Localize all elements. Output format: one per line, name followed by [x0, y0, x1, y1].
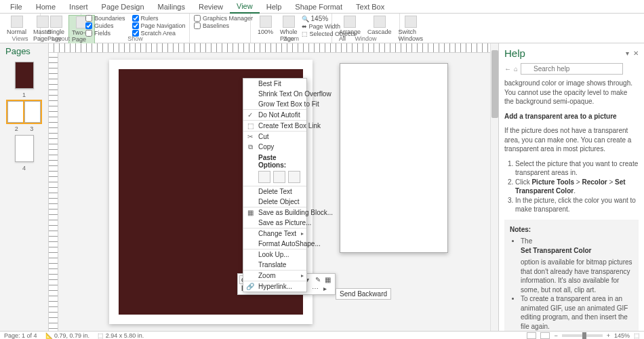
- zoom-minus-button[interactable]: −: [554, 332, 557, 339]
- help-back-icon[interactable]: ←: [504, 65, 511, 73]
- rulers-check[interactable]: Rulers: [132, 15, 186, 22]
- cm-create-link[interactable]: ⬚Create Text Box Link: [243, 120, 306, 131]
- tab-page-design[interactable]: Page Design: [95, 1, 151, 13]
- scrollbar-vertical[interactable]: [490, 43, 498, 331]
- tab-insert[interactable]: Insert: [62, 1, 95, 13]
- help-body: background color or image shows through.…: [504, 79, 639, 334]
- page-thumb-4[interactable]: [15, 135, 34, 162]
- handle-b[interactable]: [208, 281, 213, 285]
- help-sec1-title: Add a transparent area to a picture: [504, 113, 617, 120]
- handle-l[interactable]: [127, 182, 132, 187]
- paint-button[interactable]: ✎: [313, 275, 322, 284]
- paste-opt-1[interactable]: [258, 171, 270, 183]
- check-icon: ✓: [246, 111, 254, 119]
- text-f2: F: [150, 144, 159, 162]
- cm-format-autoshape[interactable]: Format AutoShape...: [243, 239, 306, 249]
- tab-mailings[interactable]: Mailings: [151, 1, 192, 13]
- cm-delete-object[interactable]: Delete Object: [243, 197, 306, 207]
- cm-change-text[interactable]: Change Text▸: [243, 228, 306, 239]
- help-sec1-body: If the picture does not have a transpare…: [504, 126, 639, 154]
- graphics-mgr-check[interactable]: Graphics Manager: [194, 15, 253, 22]
- tab-text-box[interactable]: Text Box: [349, 1, 391, 13]
- cm-save-block[interactable]: ▦Save as Building Block...: [243, 207, 306, 218]
- help-step3: In the picture, click the color you want…: [515, 196, 639, 214]
- boundaries-check[interactable]: Boundaries: [85, 15, 125, 22]
- view-spread-button[interactable]: [540, 332, 550, 339]
- cm-save-picture[interactable]: Save as Picture...: [243, 218, 306, 228]
- paste-opt-3[interactable]: [288, 171, 300, 183]
- cm-copy[interactable]: ⧉Copy: [243, 142, 306, 152]
- cm-translate[interactable]: Translate: [243, 260, 306, 270]
- help-search-input[interactable]: [521, 63, 623, 75]
- switch-windows-button[interactable]: Switch Windows: [396, 15, 426, 43]
- guides-check[interactable]: Guides: [85, 22, 125, 29]
- cm-zoom[interactable]: Zoom▸: [243, 270, 306, 281]
- help-step2: Click Picture Tools > Recolor > Set Tran…: [515, 178, 639, 196]
- cm-lookup[interactable]: Look Up...: [243, 249, 306, 260]
- scrollbar-thumb[interactable]: [491, 50, 498, 118]
- tab-help[interactable]: Help: [260, 1, 289, 13]
- zoom-slider[interactable]: [562, 334, 603, 337]
- handle-t[interactable]: [208, 85, 213, 89]
- numbering-button[interactable]: ⋯: [310, 284, 319, 293]
- status-zoom[interactable]: 145%: [614, 332, 630, 339]
- block-icon: ▦: [246, 209, 254, 217]
- cm-hyperlink[interactable]: 🔗Hyperlink...: [243, 281, 306, 292]
- text-f1: F: [150, 124, 159, 142]
- tab-shape-format[interactable]: Shape Format: [288, 1, 349, 13]
- page-num-1: 1: [22, 92, 26, 98]
- page-thumb-1[interactable]: [15, 62, 34, 89]
- status-bar: Page: 1 of 4 📐 0.79, 0.79 in. ⬚ 2.94 x 5…: [0, 331, 644, 339]
- help-home-icon[interactable]: ⌂: [514, 65, 518, 73]
- cm-shrink[interactable]: Shrink Text On Overflow: [243, 89, 306, 99]
- page-thumb-2[interactable]: [7, 101, 24, 123]
- cm-no-autofit[interactable]: ✓Do Not Autofit: [243, 109, 306, 120]
- handle-bl[interactable]: [127, 281, 132, 285]
- zoom-plus-button[interactable]: +: [607, 332, 610, 339]
- tab-review[interactable]: Review: [192, 1, 230, 13]
- cm-delete-text[interactable]: Delete Text: [243, 186, 306, 197]
- help-notes-title: Notes:: [510, 225, 633, 235]
- cm-paste-opts-label: Paste Options:: [243, 152, 306, 170]
- cascade-button[interactable]: Cascade: [365, 15, 395, 36]
- paste-opt-2[interactable]: [273, 171, 285, 183]
- ruler-vertical[interactable]: [49, 53, 58, 334]
- menu-tabs: File Home Insert Page Design Mailings Re…: [0, 0, 644, 14]
- tab-home[interactable]: Home: [29, 1, 62, 13]
- page-thumb-3[interactable]: [24, 101, 41, 123]
- fit-window-button[interactable]: ⬚: [634, 332, 640, 339]
- tab-file[interactable]: File: [3, 1, 29, 13]
- hyperlink-icon: 🔗: [246, 283, 254, 291]
- tooltip: Send Backward: [336, 288, 391, 300]
- baselines-check[interactable]: Baselines: [194, 22, 253, 29]
- view-single-button[interactable]: [527, 332, 536, 339]
- help-notes: Notes: The Set Transparent Color option …: [504, 220, 639, 334]
- cm-best-fit[interactable]: Best Fit: [243, 79, 306, 89]
- pages-panel-title: Pages: [0, 43, 48, 59]
- help-title: Help: [504, 47, 525, 59]
- help-step1: Select the picture that you want to crea…: [515, 159, 639, 178]
- cm-cut[interactable]: ✂Cut: [243, 131, 306, 142]
- fill-button[interactable]: ▦: [323, 275, 332, 284]
- context-menu: Best Fit Shrink Text On Overflow Grow Te…: [243, 78, 307, 292]
- tab-view[interactable]: View: [230, 0, 260, 14]
- page-nav-check[interactable]: Page Navigation: [132, 22, 186, 29]
- cut-icon: ✂: [246, 133, 254, 141]
- help-note1: The Set Transparent Color option is avai…: [521, 237, 633, 294]
- page-right[interactable]: [340, 63, 448, 253]
- indent-button[interactable]: ▸: [321, 284, 329, 293]
- help-panel: Help ▾ ✕ ← ⌂ 🔍 background color or image…: [498, 43, 644, 334]
- copy-icon: ⧉: [246, 143, 254, 151]
- handle-rotate[interactable]: [208, 75, 213, 80]
- status-page: Page: 1 of 4: [4, 332, 37, 339]
- zoom-100-button[interactable]: 100%: [255, 15, 276, 36]
- handle-tl[interactable]: [127, 85, 132, 89]
- ruler-horizontal[interactable]: [49, 43, 498, 53]
- help-note2: To create a transparent area in an anima…: [521, 294, 633, 331]
- chevron-right-icon: ▸: [301, 231, 304, 237]
- normal-view-button[interactable]: Normal: [4, 15, 29, 36]
- help-close-icon[interactable]: ✕: [633, 49, 639, 57]
- help-dropdown-icon[interactable]: ▾: [626, 49, 629, 57]
- link-icon: ⬚: [246, 122, 254, 130]
- cm-grow[interactable]: Grow Text Box to Fit: [243, 99, 306, 109]
